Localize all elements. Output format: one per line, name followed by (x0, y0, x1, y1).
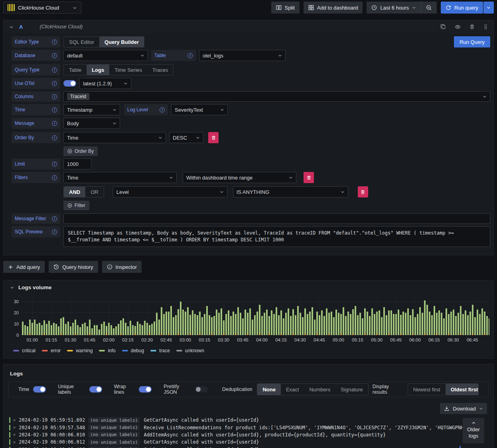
inspector-button[interactable]: Inspector (102, 261, 142, 273)
filter-operator-select[interactable]: Within dashboard time range (183, 172, 296, 183)
drag-handle-icon[interactable] (483, 24, 488, 30)
log-row[interactable]: >2024-02-19 05:59:51.692(no unique label… (9, 416, 493, 424)
log-timestamp: 2024-02-19 06:00:06.010 (19, 432, 85, 438)
time-column-select[interactable]: Timestamp (63, 104, 120, 115)
legend-item-debug[interactable]: debug (122, 348, 144, 353)
option-query-builder[interactable]: Query Builder (99, 37, 144, 47)
scroll-indicator-bar[interactable] (460, 446, 461, 448)
expand-chevron-icon[interactable]: > (13, 440, 16, 444)
info-icon[interactable]: i (52, 121, 57, 126)
unique-labels-toggle[interactable] (89, 386, 102, 393)
info-icon[interactable]: i (52, 216, 57, 221)
add-filter-button[interactable]: Filter (63, 201, 89, 210)
remove-filter-button[interactable] (304, 172, 314, 183)
legend-item-info[interactable]: info (99, 348, 115, 353)
hide-response-eye-icon[interactable] (455, 24, 461, 30)
order-by-direction-select[interactable]: DESC (169, 132, 203, 143)
info-icon[interactable]: i (52, 81, 57, 86)
expand-chevron-icon[interactable]: > (13, 432, 16, 437)
info-icon[interactable]: i (160, 107, 165, 112)
otel-version-select[interactable]: latest (1.2.9) (79, 78, 131, 89)
info-icon[interactable]: i (52, 39, 57, 45)
add-query-button[interactable]: Add query (3, 261, 45, 273)
duplicate-query-icon[interactable] (440, 24, 446, 30)
filter2-operator-select[interactable]: IS ANYTHING (233, 186, 348, 197)
table-select[interactable]: otel_logs (199, 50, 286, 61)
info-icon[interactable]: i (52, 107, 57, 112)
legend-item-error[interactable]: error (42, 348, 61, 353)
columns-multiselect[interactable]: TraceId (63, 91, 490, 102)
legend-item-unknown[interactable]: unknown (176, 348, 204, 353)
option-oldest-first[interactable]: Oldest first (446, 384, 479, 395)
order-by-column-select[interactable]: Time (63, 132, 166, 143)
collapse-chevron-icon[interactable] (10, 285, 14, 290)
wrap-lines-toggle[interactable] (139, 386, 152, 393)
run-query-inline-button[interactable]: Run Query (454, 36, 490, 47)
database-select[interactable]: default (63, 50, 148, 61)
log-row[interactable]: >2024-02-19 06:00:06.010(no unique label… (9, 431, 493, 438)
legend-item-trace[interactable]: trace (150, 348, 170, 353)
info-icon[interactable]: i (52, 67, 57, 73)
option-table[interactable]: Table (64, 65, 87, 75)
column-chip[interactable]: TraceId (67, 93, 89, 100)
option-sql-editor[interactable]: SQL Editor (64, 37, 99, 47)
option-and[interactable]: AND (64, 187, 85, 197)
option-newest-first[interactable]: Newest first (408, 384, 446, 395)
limit-input[interactable]: 1000 (63, 158, 91, 170)
info-icon[interactable]: i (52, 175, 57, 180)
bar (53, 323, 55, 335)
collapse-chevron-icon[interactable] (9, 25, 14, 29)
option-signature[interactable]: Signature (335, 384, 368, 395)
filter-field-select[interactable]: Time (63, 172, 177, 183)
run-query-button[interactable]: Run query (441, 2, 483, 14)
legend-item-warning[interactable]: warning (67, 348, 93, 353)
option-numbers[interactable]: Numbers (304, 384, 335, 395)
legend-item-critical[interactable]: critical (13, 348, 36, 353)
datasource-picker[interactable]: ClickHouse Cloud (3, 2, 81, 14)
filter2-field-select[interactable]: Level (113, 186, 227, 197)
split-button[interactable]: Split (271, 2, 300, 14)
log-row[interactable]: >2024-02-19 05:59:57.548(no unique label… (9, 424, 493, 431)
remove-query-trash-icon[interactable] (469, 24, 475, 30)
run-query-dropdown[interactable] (483, 2, 494, 14)
chart-plot-area[interactable]: 0102030 (22, 300, 489, 335)
log-row[interactable]: >2024-02-19 06:00:08.486(no unique label… (9, 446, 493, 448)
bar (144, 321, 146, 335)
prettify-json-toggle[interactable] (195, 386, 208, 393)
expand-chevron-icon[interactable]: > (13, 425, 16, 430)
zoom-out-button[interactable] (421, 2, 437, 14)
add-to-dashboard-button[interactable]: Add to dashboard (304, 2, 363, 14)
info-icon[interactable]: i (52, 229, 57, 235)
expand-chevron-icon[interactable]: > (13, 418, 16, 422)
option-traces[interactable]: Traces (147, 65, 173, 75)
log-level-column-select[interactable]: SeverityText (171, 104, 228, 115)
option-or[interactable]: OR (85, 187, 104, 197)
info-icon[interactable]: i (187, 53, 193, 58)
option-logs[interactable]: Logs (87, 65, 109, 75)
logs-panel: Logs Time Unique labels Wrap lines Prett… (3, 364, 494, 448)
query-history-button[interactable]: Query history (49, 261, 98, 273)
bar (180, 302, 181, 335)
bar (139, 324, 141, 335)
remove-order-by-button[interactable] (208, 132, 219, 143)
info-icon[interactable]: i (52, 162, 57, 167)
time-toggle[interactable] (33, 386, 46, 393)
log-row[interactable]: >2024-02-19 06:00:06.012(no unique label… (9, 438, 493, 446)
download-button[interactable]: Download (440, 403, 487, 414)
message-filter-input[interactable] (63, 213, 490, 224)
older-logs-button[interactable]: Older logs (463, 418, 484, 443)
bar (79, 327, 81, 335)
time-range-picker[interactable]: Last 6 hours (367, 2, 421, 14)
info-icon[interactable]: i (52, 135, 57, 140)
remove-filter2-button[interactable] (358, 186, 368, 197)
bar (414, 317, 416, 335)
option-none[interactable]: None (257, 384, 281, 395)
query-row-header[interactable]: A (ClickHouse Cloud) (4, 20, 493, 33)
info-icon[interactable]: i (52, 94, 57, 99)
option-exact[interactable]: Exact (281, 384, 304, 395)
option-time-series[interactable]: Time Series (109, 65, 147, 75)
add-order-by-button[interactable]: Order By (63, 146, 98, 156)
info-icon[interactable]: i (52, 53, 57, 58)
use-otel-toggle[interactable] (63, 80, 76, 87)
message-column-select[interactable]: Body (63, 118, 120, 129)
